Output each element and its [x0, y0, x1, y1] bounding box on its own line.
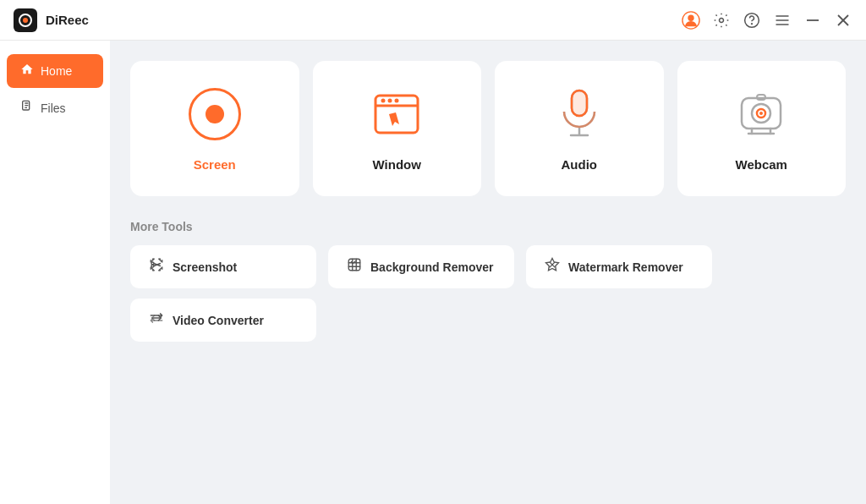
watermark-remover-label: Watermark Remover	[568, 260, 683, 274]
svg-point-1	[688, 14, 693, 20]
svg-point-15	[388, 99, 392, 103]
sidebar: Home Files	[0, 41, 110, 504]
svg-rect-20	[572, 90, 587, 116]
webcam-card-icon	[732, 85, 791, 144]
app-logo-inner	[19, 14, 32, 27]
webcam-card[interactable]: Webcam	[677, 61, 847, 196]
svg-point-16	[395, 99, 399, 103]
screen-card-icon	[185, 85, 244, 144]
svg-point-2	[720, 18, 724, 22]
background-remover-button[interactable]: Background Remover	[328, 245, 514, 288]
webcam-icon	[735, 90, 787, 139]
tools-row-2: Video Converter	[130, 299, 846, 342]
svg-rect-44	[348, 259, 360, 271]
screenshot-label: Screenshot	[173, 260, 237, 274]
audio-microphone-icon	[557, 88, 601, 140]
sidebar-files-label: Files	[41, 101, 66, 115]
sidebar-item-home[interactable]: Home	[7, 54, 103, 88]
window-icon	[372, 92, 421, 136]
svg-point-4	[752, 23, 753, 24]
app-name: DiReec	[46, 13, 89, 27]
main-layout: Home Files Screen	[0, 41, 866, 504]
titlebar: DiReec	[0, 0, 866, 41]
video-converter-icon	[149, 310, 164, 330]
webcam-card-label: Webcam	[736, 157, 787, 172]
more-tools-label: More Tools	[130, 220, 846, 233]
screen-card[interactable]: Screen	[130, 61, 299, 196]
menu-icon[interactable]	[773, 11, 792, 30]
more-tools-section: More Tools	[130, 220, 846, 342]
app-logo-dot	[23, 18, 28, 23]
window-card[interactable]: Window	[313, 61, 482, 196]
help-icon[interactable]	[743, 11, 761, 30]
titlebar-controls	[682, 11, 852, 30]
minimize-button[interactable]	[803, 11, 822, 30]
audio-card[interactable]: Audio	[495, 61, 664, 196]
close-button[interactable]	[834, 11, 852, 30]
svg-point-25	[759, 112, 763, 115]
files-icon	[20, 100, 34, 117]
screen-card-label: Screen	[194, 157, 236, 172]
watermark-remover-button[interactable]: Watermark Remover	[526, 245, 712, 288]
screen-record-icon	[189, 88, 241, 140]
watermark-remover-icon	[545, 257, 560, 277]
video-converter-label: Video Converter	[173, 314, 264, 327]
audio-card-icon	[550, 85, 609, 144]
background-remover-label: Background Remover	[370, 260, 493, 274]
window-card-label: Window	[373, 157, 421, 172]
screenshot-button[interactable]: Screenshot	[130, 245, 316, 288]
svg-point-14	[381, 99, 386, 103]
sidebar-home-label: Home	[41, 64, 72, 78]
app-logo	[14, 8, 37, 32]
home-icon	[20, 63, 34, 79]
screenshot-icon	[149, 257, 164, 277]
tools-grid: Screenshot	[130, 245, 846, 342]
window-card-icon	[367, 85, 426, 144]
screen-record-dot	[206, 105, 224, 123]
content-area: Screen Window	[110, 41, 866, 504]
tools-row-1: Screenshot	[130, 245, 846, 288]
sidebar-item-files[interactable]: Files	[7, 91, 103, 125]
user-icon[interactable]	[682, 11, 700, 30]
video-converter-button[interactable]: Video Converter	[130, 299, 316, 342]
recording-cards-row: Screen Window	[130, 61, 846, 196]
background-remover-icon	[347, 257, 362, 277]
settings-icon[interactable]	[712, 11, 731, 30]
audio-card-label: Audio	[562, 157, 598, 172]
titlebar-left: DiReec	[14, 8, 89, 32]
